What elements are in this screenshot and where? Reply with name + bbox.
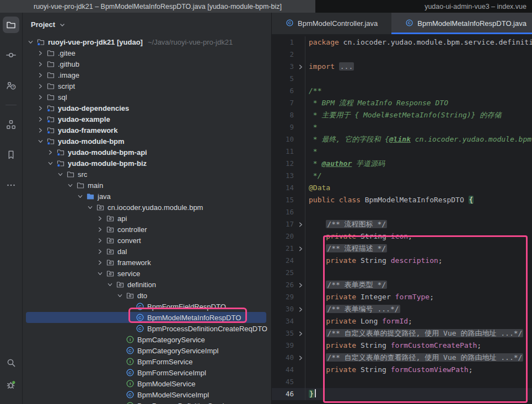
line-number[interactable]: 30 <box>272 303 296 315</box>
chevron-expanded-icon[interactable] <box>65 181 76 190</box>
fold-arrow-icon[interactable] <box>296 218 305 230</box>
tree-item[interactable]: controller <box>23 224 271 235</box>
line-number[interactable]: 24 <box>272 255 296 267</box>
tree-item[interactable]: yudao-framework <box>23 125 271 136</box>
line-number[interactable]: 9 <box>272 121 296 133</box>
tree-item[interactable]: CBpmProcessDefinitionCreateReqDTO <box>23 323 271 334</box>
line-number[interactable]: 11 <box>272 146 296 158</box>
chevron-collapsed-icon[interactable] <box>95 247 105 256</box>
code-line[interactable]: 14@Data <box>272 182 532 194</box>
commit-icon[interactable] <box>3 47 19 63</box>
tree-item[interactable]: .github <box>23 58 271 69</box>
code-line[interactable]: 25 <box>272 267 532 279</box>
fold-arrow-icon[interactable] <box>296 303 305 315</box>
code-line[interactable]: 40 /** 自定义表单的查看路径, 使用 Vue 的路由地址 ...*/ <box>272 352 532 364</box>
tree-item[interactable]: dal <box>23 246 271 257</box>
chevron-collapsed-icon[interactable] <box>35 60 46 68</box>
code-line[interactable]: 2 <box>272 49 532 61</box>
chevron-collapsed-icon[interactable] <box>35 115 46 123</box>
fold-arrow-icon[interactable] <box>296 352 305 364</box>
tree-item[interactable]: IBpmCategoryService <box>23 334 271 345</box>
chevron-collapsed-icon[interactable] <box>35 126 46 134</box>
code-line[interactable]: 3import ... <box>272 61 532 73</box>
chevron-expanded-icon[interactable] <box>85 203 95 212</box>
chevron-expanded-icon[interactable] <box>95 269 105 278</box>
tree-item[interactable]: convert <box>23 235 271 246</box>
line-number[interactable]: 46 <box>272 388 296 400</box>
chevron-collapsed-icon[interactable] <box>35 71 46 79</box>
chevron-collapsed-icon[interactable] <box>45 148 56 157</box>
code-line[interactable]: 20 private String icon; <box>272 230 532 243</box>
line-number[interactable]: 1 <box>272 36 296 49</box>
chevron-expanded-icon[interactable] <box>45 159 56 168</box>
line-number[interactable]: 25 <box>272 267 296 279</box>
chevron-expanded-icon[interactable] <box>115 291 125 300</box>
tree-item[interactable]: script <box>23 80 271 91</box>
line-number[interactable]: 17 <box>272 218 296 230</box>
line-number[interactable]: 29 <box>272 291 296 303</box>
line-number[interactable]: 16 <box>272 206 296 218</box>
fold-arrow-icon[interactable] <box>296 327 305 340</box>
tree-item[interactable]: dto <box>23 290 271 301</box>
chevron-collapsed-icon[interactable] <box>95 236 105 245</box>
tree-item[interactable]: cn.iocoder.yudao.module.bpm <box>23 202 271 213</box>
tree-item[interactable]: yudao-dependencies <box>23 103 271 114</box>
line-number[interactable]: 39 <box>272 340 296 352</box>
chevron-collapsed-icon[interactable] <box>95 258 105 267</box>
tree-item[interactable]: service <box>23 268 271 279</box>
chevron-collapsed-icon[interactable] <box>35 49 46 57</box>
code-review-icon[interactable]: ? <box>3 77 19 94</box>
code-line[interactable]: 13 */ <box>272 170 532 182</box>
code-line[interactable]: 17 /** 流程图标 */ <box>272 218 532 230</box>
chevron-down-icon[interactable] <box>59 21 66 28</box>
code-line[interactable]: 30 /** 表单编号 ...*/ <box>272 303 532 315</box>
line-number[interactable]: 5 <box>272 73 296 85</box>
tree-item[interactable]: main <box>23 180 271 191</box>
tab-bpmmodelmetainforespdto-java[interactable]: C BpmModelMetaInfoRespDTO.java <box>391 13 532 34</box>
tree-item[interactable]: .image <box>23 69 271 80</box>
code-line[interactable]: 1package cn.iocoder.yudao.module.bpm.ser… <box>272 36 532 49</box>
line-number[interactable]: 44 <box>272 364 296 376</box>
code-line[interactable]: 6/** <box>272 85 532 97</box>
chevron-collapsed-icon[interactable] <box>35 104 46 112</box>
tree-item[interactable]: CBpmCategoryServiceImpl <box>23 345 271 356</box>
line-number[interactable]: 12 <box>272 158 296 170</box>
bookmarks-icon[interactable] <box>3 147 19 163</box>
tree-item[interactable]: framework <box>23 257 271 268</box>
fold-arrow-icon[interactable] <box>296 243 305 255</box>
code-line[interactable]: 34 private Long formId; <box>272 315 532 327</box>
chevron-expanded-icon[interactable] <box>105 280 115 289</box>
line-number[interactable]: 14 <box>272 182 296 194</box>
line-number[interactable]: 3 <box>272 61 296 73</box>
search-icon[interactable] <box>3 354 19 371</box>
tree-item[interactable]: .gitee <box>23 47 271 58</box>
tree-item[interactable]: IBpmProcessDefinitionService <box>23 400 271 404</box>
tree-item-selected[interactable]: CBpmModelMetaInfoRespDTO <box>23 312 271 323</box>
tab-bpmmodelcontroller-java[interactable]: C BpmModelController.java <box>272 13 391 34</box>
line-number[interactable]: 40 <box>272 352 296 364</box>
line-number[interactable]: 10 <box>272 133 296 146</box>
fold-arrow-icon[interactable] <box>296 61 305 73</box>
more-icon[interactable] <box>3 177 19 193</box>
line-number[interactable]: 26 <box>272 279 296 291</box>
chevron-collapsed-icon[interactable] <box>95 225 105 234</box>
tree-item[interactable]: yudao-module-bpm-api <box>23 147 271 158</box>
code-line[interactable]: 44 private String formCustomViewPath; <box>272 364 532 376</box>
project-folder-icon[interactable] <box>3 17 19 33</box>
tree-item[interactable]: java <box>23 191 271 202</box>
tree-item[interactable]: IBpmModelService <box>23 378 271 389</box>
chevron-collapsed-icon[interactable] <box>35 82 46 90</box>
tree-item[interactable]: yudao-module-bpm-biz <box>23 158 271 169</box>
line-number[interactable]: 6 <box>272 85 296 97</box>
line-number[interactable]: 45 <box>272 376 296 388</box>
code-line[interactable]: 35 /** 自定义表单的提交路径, 使用 Vue 的路由地址 ...*/ <box>272 327 532 340</box>
code-line[interactable]: 9 * <box>272 121 532 133</box>
chevron-expanded-icon[interactable] <box>35 137 46 146</box>
chevron-collapsed-icon[interactable] <box>95 214 105 223</box>
chevron-expanded-icon[interactable] <box>75 192 85 201</box>
tree-item[interactable]: ruoyi-vue-pro-jdk21 [yudao]~/Java/ruoyi-… <box>23 36 271 47</box>
code-line[interactable]: 10 * 最终, 它的字段和 {@link cn.iocoder.yudao.m… <box>272 133 532 146</box>
project-panel-header[interactable]: Project <box>23 13 271 36</box>
line-number[interactable]: 34 <box>272 315 296 327</box>
code-line[interactable]: 5 <box>272 73 532 85</box>
